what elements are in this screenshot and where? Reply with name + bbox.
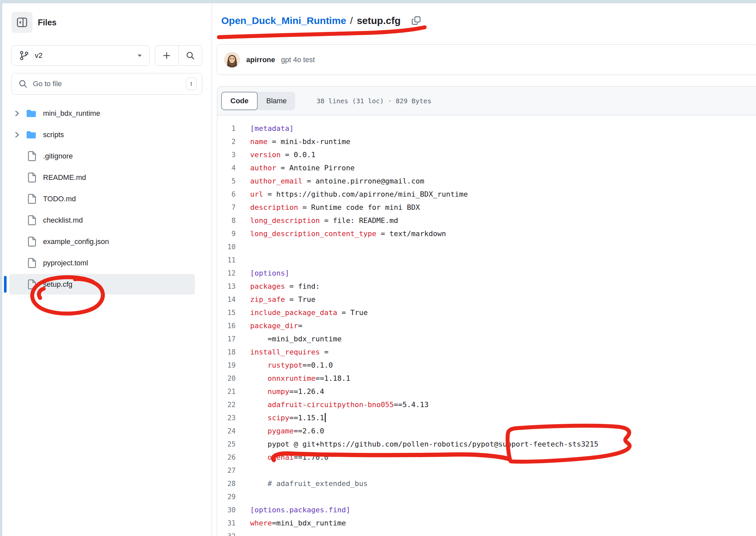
- file-icon: [28, 258, 37, 268]
- chevron-down-icon: [138, 54, 142, 57]
- search-icon: [186, 51, 195, 60]
- line-number[interactable]: 27: [217, 464, 250, 477]
- tree-item-TODO.md[interactable]: TODO.md: [2, 188, 212, 210]
- line-number[interactable]: 29: [217, 490, 250, 503]
- code-line-30: 30[options.packages.find]: [217, 503, 756, 517]
- code-line-19: 19 rustypot==0.1.0: [217, 359, 756, 372]
- avatar-image: [225, 52, 239, 67]
- tree-item-setup.cfg[interactable]: setup.cfg: [2, 274, 212, 295]
- tree-item-scripts[interactable]: scripts: [2, 124, 212, 145]
- line-number[interactable]: 28: [217, 477, 250, 490]
- search-icon: [18, 79, 28, 88]
- line-content: packages = find:: [250, 280, 756, 293]
- code-line-15: 15include_package_data = True: [217, 306, 756, 319]
- avatar[interactable]: [225, 52, 239, 67]
- line-content: url = https://github.com/apirrone/mini_B…: [250, 188, 756, 201]
- line-number[interactable]: 4: [217, 161, 250, 175]
- files-panel-title: Files: [38, 18, 56, 27]
- line-content: # adafruit_extended_bus: [250, 477, 756, 490]
- line-number[interactable]: 18: [217, 346, 250, 359]
- line-number[interactable]: 10: [217, 240, 250, 253]
- code-line-8: 8long_description = file: README.md: [217, 214, 756, 227]
- line-number[interactable]: 21: [217, 385, 250, 398]
- line-number[interactable]: 5: [217, 175, 250, 188]
- search-this-repository-button[interactable]: [178, 46, 202, 65]
- line-content: pypot @ git+https://github.com/pollen-ro…: [250, 438, 756, 451]
- tree-item-mini_bdx_runtime[interactable]: mini_bdx_runtime: [2, 103, 212, 124]
- tree-item-example_config.json[interactable]: example_config.json: [2, 231, 212, 252]
- line-number[interactable]: 7: [217, 201, 250, 214]
- line-number[interactable]: 6: [217, 188, 250, 201]
- line-number[interactable]: 11: [217, 253, 250, 267]
- go-to-file-input[interactable]: Go to file t: [12, 73, 202, 95]
- tab-blame[interactable]: Blame: [258, 92, 295, 110]
- breadcrumb-separator: /: [350, 15, 353, 26]
- code-line-10: 10: [217, 240, 756, 253]
- files-sidebar: Files v2: [2, 3, 212, 536]
- code-line-26: 26 openai==1.70.0: [217, 451, 756, 464]
- branch-selector[interactable]: v2: [12, 45, 149, 66]
- copy-path-button[interactable]: [409, 14, 423, 28]
- line-number[interactable]: 22: [217, 398, 250, 411]
- line-number[interactable]: 24: [217, 424, 250, 438]
- line-content: scipy==1.15.1: [250, 411, 756, 424]
- tree-item-README.md[interactable]: README.md: [2, 167, 212, 188]
- new-file-button[interactable]: [155, 46, 178, 65]
- commit-author-link[interactable]: apirrone: [246, 55, 275, 64]
- code-line-16: 16package_dir=: [217, 319, 756, 332]
- line-number[interactable]: 19: [217, 359, 250, 372]
- line-number[interactable]: 20: [217, 372, 250, 385]
- line-number[interactable]: 1: [217, 122, 250, 135]
- chevron-right-icon: [15, 110, 19, 117]
- line-content: [options.packages.find]: [250, 503, 756, 517]
- line-content: version = 0.0.1: [250, 148, 756, 161]
- line-number[interactable]: 8: [217, 214, 250, 227]
- copy-icon: [411, 16, 421, 26]
- branch-name: v2: [35, 51, 138, 60]
- chevron-right-icon: [15, 132, 19, 138]
- commit-message-link[interactable]: gpt 4o test: [281, 55, 315, 64]
- code-line-13: 13packages = find:: [217, 280, 756, 293]
- file-viewer-card: Code Blame 38 lines (31 loc) · 829 Bytes…: [217, 86, 756, 536]
- line-number[interactable]: 3: [217, 148, 250, 161]
- line-number[interactable]: 17: [217, 332, 250, 346]
- line-number[interactable]: 15: [217, 306, 250, 319]
- line-number[interactable]: 16: [217, 319, 250, 332]
- line-number[interactable]: 32: [217, 530, 250, 536]
- line-number[interactable]: 26: [217, 451, 250, 464]
- code-line-25: 25 pypot @ git+https://github.com/pollen…: [217, 438, 756, 451]
- line-number[interactable]: 25: [217, 438, 250, 451]
- line-content: adafruit-circuitpython-bno055==5.4.13: [250, 398, 756, 411]
- file-icon: [28, 151, 37, 161]
- line-content: author_email = antoine.pirrone@gmail.com: [250, 175, 756, 188]
- breadcrumb-repo-link[interactable]: Open_Duck_Mini_Runtime: [221, 15, 346, 26]
- code-line-6: 6url = https://github.com/apirrone/mini_…: [217, 188, 756, 201]
- tree-actions: [155, 45, 202, 66]
- line-number[interactable]: 13: [217, 280, 250, 293]
- line-number[interactable]: 9: [217, 227, 250, 240]
- code-line-18: 18install_requires =: [217, 346, 756, 359]
- line-number[interactable]: 12: [217, 267, 250, 280]
- line-number[interactable]: 23: [217, 411, 250, 424]
- line-content: numpy==1.26.4: [250, 385, 756, 398]
- line-number[interactable]: 30: [217, 503, 250, 517]
- collapse-file-tree-button[interactable]: [12, 12, 33, 33]
- github-file-view: Files v2: [0, 0, 756, 536]
- tree-item-.gitignore[interactable]: .gitignore: [2, 145, 212, 167]
- tree-item-label: README.md: [43, 173, 86, 182]
- code-line-23: 23 scipy==1.15.1: [217, 411, 756, 424]
- line-number[interactable]: 31: [217, 517, 250, 530]
- code-line-2: 2name = mini-bdx-runtime: [217, 135, 756, 148]
- line-content: [250, 253, 756, 267]
- tree-item-pyproject.toml[interactable]: pyproject.toml: [2, 252, 212, 274]
- top-strip: [0, 0, 756, 3]
- tab-code[interactable]: Code: [221, 92, 258, 110]
- line-number[interactable]: 14: [217, 293, 250, 306]
- line-number[interactable]: 2: [217, 135, 250, 148]
- plus-icon: [162, 51, 171, 60]
- line-content: =mini_bdx_runtime: [250, 332, 756, 346]
- code-line-9: 9long_description_content_type = text/ma…: [217, 227, 756, 240]
- breadcrumb: Open_Duck_Mini_Runtime / setup.cfg: [221, 13, 423, 28]
- tree-item-label: scripts: [43, 131, 64, 139]
- tree-item-checklist.md[interactable]: checklist.md: [2, 210, 212, 231]
